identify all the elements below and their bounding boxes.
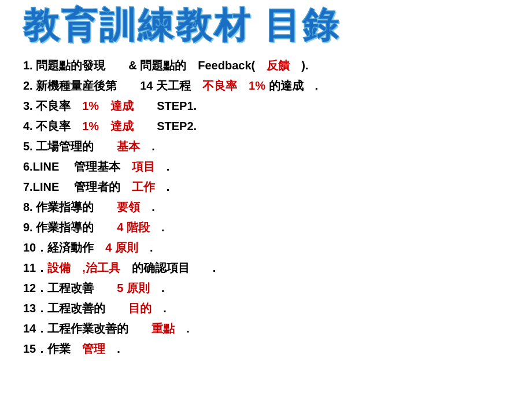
list-item: 14．工程作業改善的 重點 . bbox=[23, 319, 515, 339]
list-item: 12．工程改善 5 原則 . bbox=[23, 278, 515, 298]
page: 教育訓練教材 目錄 1. 問題點的發現 & 問題點的 Feedback( 反饋 … bbox=[0, 0, 532, 399]
list-item: 8. 作業指導的 要領 . bbox=[23, 197, 515, 217]
page-title: 教育訓練教材 目錄 bbox=[23, 6, 515, 45]
list-item: 2. 新機種量産後第 14 天工程 不良率 1% 的達成 . bbox=[23, 76, 515, 96]
list-item: 11．設備 ,治工具 的确認項目 . bbox=[23, 258, 515, 278]
list-item: 9. 作業指導的 4 階段 . bbox=[23, 217, 515, 238]
list-item: 5. 工場管理的 基本 . bbox=[23, 136, 515, 157]
list-item: 13．工程改善的 目的 . bbox=[23, 298, 515, 319]
list-item: 7.LINE 管理者的 工作 . bbox=[23, 177, 515, 197]
list-item: 6.LINE 管理基本 項目 . bbox=[23, 157, 515, 177]
toc-list: 1. 問題點的發現 & 問題點的 Feedback( 反饋 ).2. 新機種量産… bbox=[17, 56, 515, 359]
list-item: 3. 不良率 1% 達成 STEP1. bbox=[23, 96, 515, 116]
list-item: 1. 問題點的發現 & 問題點的 Feedback( 反饋 ). bbox=[23, 56, 515, 76]
list-item: 15．作業 管理 . bbox=[23, 339, 515, 359]
list-item: 10．経済動作 4 原則 . bbox=[23, 238, 515, 258]
list-item: 4. 不良率 1% 達成 STEP2. bbox=[23, 116, 515, 136]
